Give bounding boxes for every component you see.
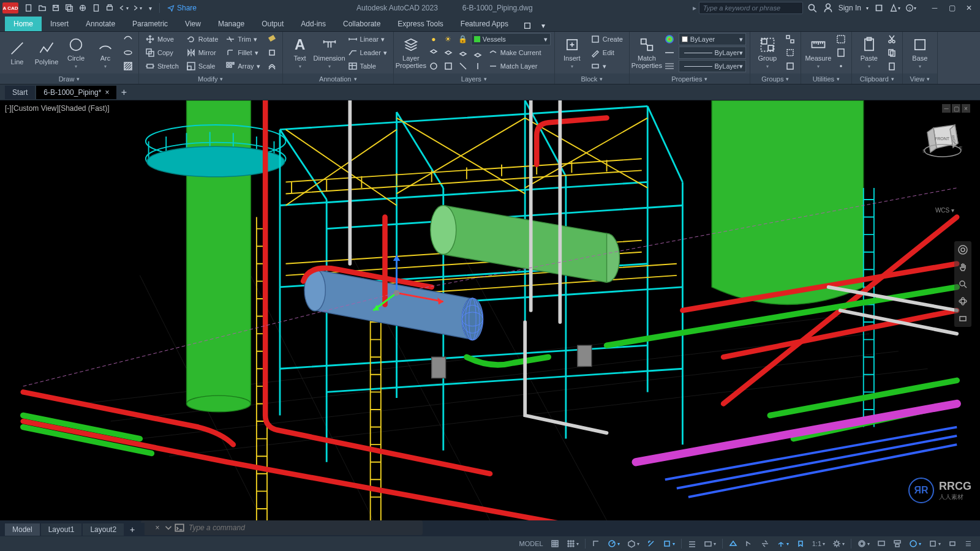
vc-max-icon[interactable]: ▢ [952,104,960,113]
cmd-close-icon[interactable]: × [152,522,163,533]
vc-min-icon[interactable]: ─ [942,104,951,113]
scale-button[interactable]: Scale [184,60,221,72]
minimize-icon[interactable]: ─ [926,1,943,15]
mirror-button[interactable]: Mirror [184,47,221,59]
measure-button[interactable]: Measure▾ [805,33,832,72]
text-button[interactable]: AText▾ [287,33,314,72]
tab-insert[interactable]: Insert [42,17,77,31]
status-polar-icon[interactable]: ▾ [605,538,622,550]
qat-more-icon[interactable]: ▾ [144,2,156,14]
qat-save-icon[interactable] [50,2,62,14]
help-icon[interactable]: ?▾ [905,2,916,13]
status-custom-icon[interactable]: ☰ [962,538,975,550]
qat-new-icon[interactable] [23,2,35,14]
layer-prev-icon[interactable] [471,47,484,59]
doc-tab-add[interactable]: + [118,86,130,99]
signin-button[interactable]: Sign In [839,4,861,12]
panel-layers-title[interactable]: Layers▾ [394,73,554,84]
cut-icon[interactable] [885,33,899,45]
layer-off-icon[interactable] [456,47,470,59]
search-input[interactable]: Type a keyword or phrase [699,2,803,14]
panel-annotation-title[interactable]: Annotation▾ [283,73,393,84]
tab-collaborate[interactable]: Collaborate [334,17,389,31]
qat-saveas-icon[interactable] [63,2,75,14]
group-button[interactable]: Group▾ [754,33,781,72]
layer-properties-button[interactable]: Layer Properties [398,33,424,72]
layer-d-icon[interactable] [471,60,484,72]
panel-modify-title[interactable]: Modify▾ [139,73,282,84]
status-ws-icon[interactable]: ▾ [855,538,872,550]
create-button[interactable]: Create [588,33,625,45]
share-button[interactable]: Share [167,4,197,12]
insert-button[interactable]: Insert▾ [559,33,586,72]
status-gear-icon[interactable]: ▾ [830,538,847,550]
lineweight-dropdown[interactable]: ByLayer▾ [679,60,746,72]
layer-dropdown[interactable]: Vessels▾ [471,33,551,45]
qat-saveweb-icon[interactable] [90,2,102,14]
layer-on-icon[interactable]: ● [427,33,440,45]
status-annoscale-icon[interactable] [794,538,807,550]
status-filter-icon[interactable] [891,538,904,550]
panel-clipboard-title[interactable]: Clipboard▾ [852,73,902,84]
qat-undo-icon[interactable]: ▾ [117,2,129,14]
cmd-recent-icon[interactable] [163,522,174,533]
tab-parametric[interactable]: Parametric [124,17,176,31]
layer-freeze-icon[interactable]: ☀ [442,33,455,45]
layout-tab-model[interactable]: Model [5,523,40,536]
calc-icon[interactable] [834,47,848,59]
select-icon[interactable] [834,33,848,45]
group-bbox-icon[interactable] [783,60,797,72]
status-selcycle-icon[interactable] [758,538,772,550]
status-model[interactable]: MODEL [517,538,546,550]
linetype-dropdown[interactable]: ByLayer▾ [679,47,746,59]
tab-featuredapps[interactable]: Featured Apps [452,17,517,31]
color-dropdown[interactable]: ByLayer▾ [679,33,746,45]
qat-open-icon[interactable] [36,2,48,14]
move-button[interactable]: Move [143,33,181,45]
ribbon-extra-icon[interactable] [522,20,533,31]
panel-block-title[interactable]: Block▾ [555,73,629,84]
erase-icon[interactable] [265,33,279,45]
close-icon[interactable]: ✕ [960,1,978,15]
explode-icon[interactable] [265,47,279,59]
copy-button[interactable]: Copy [143,47,181,59]
search-icon[interactable] [807,2,818,13]
status-ortho-icon[interactable] [589,538,603,550]
status-hw-icon[interactable]: ▾ [907,538,924,550]
panel-properties-title[interactable]: Properties▾ [630,73,750,84]
status-snap-icon[interactable]: ▾ [564,538,581,550]
stretch-button[interactable]: Stretch [143,60,181,72]
arc-button[interactable]: Arc▾ [92,33,119,72]
paste-button[interactable]: Paste▾ [856,33,883,72]
rectangle-icon[interactable] [121,33,135,45]
command-line[interactable]: × [141,520,423,535]
color-wheel-icon[interactable] [663,33,676,45]
trim-button[interactable]: Trim ▾ [223,33,262,45]
qat-redo-icon[interactable]: ▾ [130,2,143,14]
ribbon-dropdown-icon[interactable]: ▾ [538,20,549,31]
hatch-icon[interactable] [121,60,135,72]
tab-annotate[interactable]: Annotate [77,17,124,31]
panel-view-title[interactable]: View▾ [903,73,937,84]
lweight-icon[interactable] [663,60,676,72]
status-otrack-icon[interactable]: ▾ [660,538,677,550]
polyline-button[interactable]: Polyline [33,33,60,72]
app-icon[interactable]: A CAD [2,2,18,13]
tab-addins[interactable]: Add-ins [292,17,334,31]
maximize-icon[interactable]: ▢ [943,1,960,15]
status-gizmo-icon[interactable]: ▾ [774,538,791,550]
pasteclip-icon[interactable] [885,60,899,72]
nav-wheel-icon[interactable] [954,241,971,258]
layout-tab-2[interactable]: Layout2 [83,523,124,536]
status-grid-icon[interactable] [548,538,562,550]
nav-zoom-icon[interactable] [954,276,971,293]
copyclip-icon[interactable] [885,47,899,59]
offset-icon[interactable] [265,60,279,72]
panel-groups-title[interactable]: Groups▾ [750,73,801,84]
layer-lock-icon[interactable]: 🔒 [456,33,470,45]
exchange-icon[interactable] [873,2,884,13]
layout-tab-add[interactable]: + [125,525,140,534]
match-properties-button[interactable]: Match Properties [633,33,660,72]
status-monitor-icon[interactable] [875,538,888,550]
layout-tab-1[interactable]: Layout1 [41,523,82,536]
